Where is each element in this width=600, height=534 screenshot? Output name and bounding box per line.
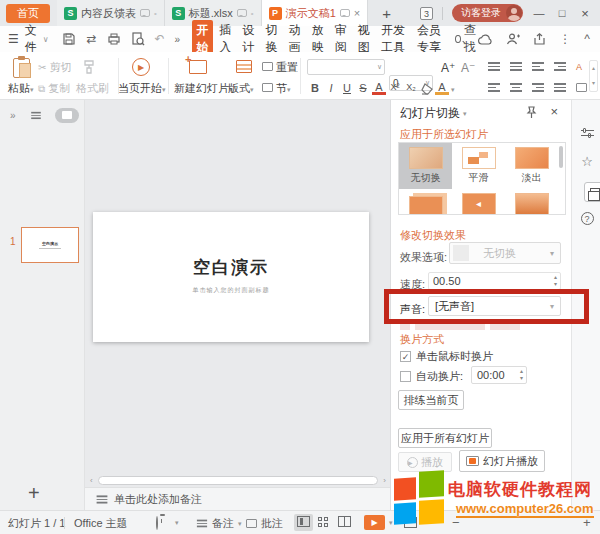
play-from-current-button[interactable]: 当页开始▾ [118, 81, 166, 96]
distribute-icon[interactable] [576, 83, 587, 92]
close-tab-icon[interactable]: × [354, 7, 360, 19]
transition-shape[interactable]: 形状 [505, 189, 558, 215]
slide-view-toggle[interactable] [55, 108, 79, 123]
convert-icon[interactable]: ⇄ [86, 32, 96, 46]
format-painter-button[interactable]: 格式刷 [76, 81, 109, 96]
transition-fade[interactable]: 淡出 [505, 143, 558, 189]
apply-all-button[interactable]: 应用于所有幻灯片 [398, 428, 492, 448]
italic-button[interactable]: I [324, 82, 338, 95]
shrink-font-button[interactable]: A⁻ [461, 61, 475, 75]
notes-toggle[interactable]: 备注 ▾ [196, 516, 242, 531]
help-icon[interactable]: ? [579, 212, 595, 225]
print-icon[interactable] [107, 32, 121, 46]
on-click-checkbox[interactable]: ✓ [400, 351, 411, 362]
notes-placeholder[interactable]: 单击此处添加备注 [114, 492, 202, 507]
numbered-list-icon[interactable] [510, 62, 522, 72]
highlight-button[interactable]: A [435, 82, 449, 95]
spinner-icon[interactable]: ▴▾ [520, 368, 523, 382]
speed-input[interactable]: 00.50 ▴▾ [428, 272, 561, 290]
justify-icon[interactable] [554, 83, 566, 92]
align-center-icon[interactable] [510, 83, 522, 92]
selected-pane-highlight [584, 182, 600, 202]
add-user-icon[interactable] [506, 33, 520, 45]
bullet-list-icon[interactable] [488, 62, 500, 72]
reset-button[interactable]: 重置 [262, 60, 298, 75]
transition-wipe[interactable]: ◂ 擦除 [452, 189, 505, 215]
section-button[interactable]: 节▾ [262, 81, 291, 96]
home-tab[interactable]: 首页 [6, 4, 50, 23]
reading-view-button[interactable] [338, 516, 351, 529]
rehearse-button[interactable]: 排练当前页 [398, 390, 464, 410]
align-right-icon[interactable] [532, 83, 544, 92]
close-panel-icon[interactable]: × [550, 104, 558, 119]
theme-name[interactable]: Office 主题 [74, 516, 128, 531]
favorites-star-icon[interactable]: ☆ [579, 154, 595, 169]
grow-font-button[interactable]: A⁺ [441, 61, 455, 75]
auto-advance-checkbox[interactable] [400, 371, 411, 382]
pin-panel-icon[interactable] [526, 106, 537, 121]
scroll-right-icon[interactable]: › [378, 476, 386, 485]
effect-option-select[interactable]: 无切换 ▾ [449, 242, 561, 264]
share-icon[interactable] [533, 33, 546, 45]
more-icon[interactable]: ⋮ [559, 32, 571, 46]
slide-thumbnail[interactable]: 空白演示 [21, 227, 79, 263]
gallery-scrollbar[interactable] [559, 146, 563, 168]
slideshow-button[interactable]: ▶ [364, 515, 385, 530]
notes-bar[interactable]: 单击此处添加备注 [85, 487, 390, 510]
add-slide-button[interactable]: + [28, 482, 40, 505]
horizontal-scrollbar[interactable]: ‹ › [90, 475, 386, 485]
bold-button[interactable]: B [308, 82, 322, 95]
transition-morph[interactable]: 平滑 [452, 143, 505, 189]
scroll-left-icon[interactable]: ‹ [90, 476, 98, 485]
transition-none[interactable]: 无切换 [399, 143, 452, 189]
find-button[interactable]: 查找 [455, 22, 478, 56]
hamburger-icon[interactable]: ☰ [8, 32, 19, 46]
layout-button[interactable]: 版式▾ [228, 81, 254, 96]
slide-subtitle-placeholder[interactable]: 单击输入您的封面副标题 [93, 286, 369, 295]
window-count-badge[interactable]: 3 [420, 7, 433, 20]
slide-title[interactable]: 空白演示 [93, 256, 369, 279]
auto-advance-time-input[interactable]: 00:00 ▴▾ [471, 366, 527, 384]
guest-login-button[interactable]: 访客登录 [452, 4, 523, 22]
maximize-button[interactable]: □ [555, 7, 569, 19]
minimize-button[interactable]: — [532, 7, 546, 19]
slide-canvas[interactable]: 空白演示 单击输入您的封面副标题 [93, 212, 369, 342]
collapse-ribbon-icon[interactable]: ^ [584, 32, 590, 46]
slide-sorter-view-button[interactable] [318, 517, 329, 528]
underline-button[interactable]: U [340, 82, 354, 95]
comments-toggle[interactable]: 批注 [246, 516, 283, 531]
new-tab-button[interactable]: + [382, 5, 391, 22]
expand-panel-icon[interactable]: » [10, 110, 16, 121]
transition-cut[interactable]: 切出 [399, 189, 452, 215]
save-icon[interactable] [62, 32, 76, 46]
timer-icon[interactable] [156, 517, 158, 529]
more-tools-icon[interactable]: » [175, 34, 181, 45]
chevron-down-icon[interactable]: ▾ [463, 110, 467, 118]
ribbon-scroll[interactable]: ▴▾ [589, 60, 598, 92]
decrease-indent-icon[interactable] [532, 62, 544, 72]
paste-button[interactable]: 粘贴▾ [8, 81, 34, 96]
superscript-button[interactable]: X² [388, 82, 402, 95]
cloud-sync-icon[interactable] [478, 34, 493, 45]
align-left-icon[interactable] [488, 83, 500, 92]
file-menu[interactable]: 文件 [25, 22, 41, 56]
clear-format-icon[interactable] [420, 83, 433, 95]
scrollbar-track[interactable] [98, 476, 378, 485]
print-preview-icon[interactable] [131, 32, 145, 46]
copy-button[interactable]: ⧉ 复制 [38, 81, 70, 96]
undo-icon[interactable]: ↶ [155, 32, 165, 46]
outline-view-icon[interactable] [31, 112, 41, 119]
spinner-icon[interactable]: ▴▾ [554, 274, 557, 288]
strikethrough-button[interactable]: S [356, 82, 370, 95]
new-slide-button[interactable]: 新建幻灯片▾ [174, 81, 233, 96]
cut-button[interactable]: ✂ 剪切 [38, 60, 71, 75]
properties-icon[interactable] [579, 128, 595, 138]
increase-indent-icon[interactable] [554, 62, 566, 72]
doc-tab-sheet1[interactable]: S 内容反馈表 • [57, 0, 165, 26]
close-button[interactable]: × [578, 6, 592, 21]
text-direction-icon[interactable]: A [576, 62, 582, 72]
subscript-button[interactable]: X₂ [404, 82, 418, 95]
font-color-button[interactable]: A [372, 82, 386, 95]
font-name-input[interactable]: ∨ [307, 59, 385, 75]
normal-view-button[interactable] [294, 514, 313, 531]
